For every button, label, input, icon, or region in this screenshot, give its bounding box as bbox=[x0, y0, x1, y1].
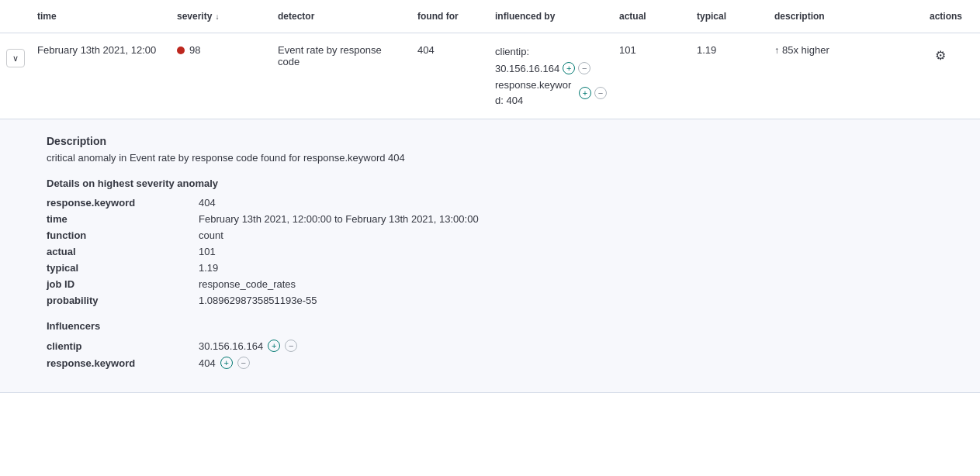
clientip-minus-button[interactable]: − bbox=[578, 62, 590, 74]
detail-field-label: typical bbox=[47, 262, 186, 274]
header-time[interactable]: time bbox=[31, 6, 171, 26]
typical-cell: 1.19 bbox=[691, 40, 768, 60]
minus-icon2: − bbox=[598, 88, 603, 98]
influencer-row: response.keyword404+− bbox=[47, 357, 933, 369]
plus-icon2: + bbox=[583, 88, 587, 98]
header-description[interactable]: description bbox=[768, 6, 923, 26]
severity-sort-icon: ↓ bbox=[215, 12, 219, 21]
influenced-by-cell: clientip: 30.156.16.164 + − response.key… bbox=[489, 40, 613, 112]
detail-field-value: 101 bbox=[199, 246, 933, 257]
detail-field-label: time bbox=[47, 213, 186, 225]
detail-field-value: 1.19 bbox=[199, 262, 933, 274]
row-actual: 101 bbox=[619, 44, 636, 56]
expand-button[interactable]: ∨ bbox=[6, 49, 25, 67]
expand-cell: ∨ bbox=[0, 40, 31, 75]
detail-field-label: actual bbox=[47, 246, 186, 257]
severity-score: 98 bbox=[189, 44, 200, 56]
plus-icon: + bbox=[566, 64, 571, 73]
detail-section: Description critical anomaly in Event ra… bbox=[0, 119, 980, 393]
row-typical: 1.19 bbox=[697, 44, 716, 56]
influencer-value-text: 404 bbox=[199, 357, 216, 369]
detail-field-label: function bbox=[47, 229, 186, 241]
row-found-for: 404 bbox=[417, 44, 435, 56]
gear-icon: ⚙ bbox=[935, 48, 946, 63]
arrow-up-icon: ↑ bbox=[774, 45, 779, 56]
detail-field-value: count bbox=[199, 229, 933, 241]
header-found-for[interactable]: found for bbox=[411, 6, 489, 26]
header-actual-label: actual bbox=[619, 11, 646, 22]
detail-title: Description bbox=[47, 135, 933, 147]
header-typical[interactable]: typical bbox=[691, 6, 768, 26]
clientip-value: 30.156.16.164 bbox=[495, 61, 559, 77]
influencers-title: Influencers bbox=[47, 320, 933, 332]
detail-field-label: job ID bbox=[47, 278, 186, 290]
table-row: ∨ February 13th 2021, 12:00 98 Event rat… bbox=[0, 33, 980, 119]
header-detector[interactable]: detector bbox=[272, 6, 411, 26]
detail-field-label: probability bbox=[47, 295, 186, 306]
detail-field-label: response.keyword bbox=[47, 197, 186, 209]
severity-dot bbox=[177, 47, 185, 54]
detail-subtitle: Details on highest severity anomaly bbox=[47, 178, 933, 189]
header-detector-label: detector bbox=[278, 11, 314, 22]
clientip-row: clientip: bbox=[495, 44, 607, 60]
header-time-label: time bbox=[37, 11, 57, 22]
detector-cell: Event rate by response code bbox=[272, 40, 411, 72]
influencer-plus-button[interactable]: + bbox=[220, 357, 233, 369]
clientip-label: clientip: bbox=[495, 44, 529, 60]
clientip-value-row: 30.156.16.164 + − bbox=[495, 61, 607, 77]
expand-icon: ∨ bbox=[12, 53, 19, 64]
influencer-row: clientip30.156.16.164+− bbox=[47, 340, 933, 352]
actions-cell: ⚙ bbox=[923, 40, 980, 71]
detail-field-value: response_code_rates bbox=[199, 278, 933, 290]
keyword-plus-button[interactable]: + bbox=[579, 87, 591, 99]
influencer-value-cell: 404+− bbox=[199, 357, 933, 369]
header-severity-label: severity bbox=[177, 11, 212, 22]
influencer-label: clientip bbox=[47, 340, 186, 352]
row-description: 85x higher bbox=[782, 44, 829, 56]
severity-cell: 98 bbox=[171, 40, 272, 60]
header-description-label: description bbox=[774, 11, 825, 22]
clientip-plus-button[interactable]: + bbox=[563, 62, 575, 74]
header-severity[interactable]: severity ↓ bbox=[171, 6, 272, 26]
keyword-row: response.keywor d: 404 + − bbox=[495, 78, 607, 108]
header-actual[interactable]: actual bbox=[613, 6, 691, 26]
detail-field-value: February 13th 2021, 12:00:00 to February… bbox=[199, 213, 933, 225]
header-influenced-by-label: influenced by bbox=[495, 11, 555, 22]
influencer-plus-button[interactable]: + bbox=[268, 340, 280, 352]
description-cell: ↑ 85x higher bbox=[768, 40, 923, 60]
header-typical-label: typical bbox=[697, 11, 726, 22]
time-cell: February 13th 2021, 12:00 bbox=[31, 40, 171, 60]
table-header: time severity ↓ detector found for influ… bbox=[0, 0, 980, 33]
detail-field-value: 1.0896298735851193e-55 bbox=[199, 295, 933, 306]
header-influenced-by[interactable]: influenced by bbox=[489, 6, 613, 26]
detail-fields-grid: response.keyword404timeFebruary 13th 202… bbox=[47, 197, 933, 306]
influencer-value-text: 30.156.16.164 bbox=[199, 340, 263, 352]
row-detector: Event rate by response code bbox=[278, 44, 382, 67]
anomaly-table: time severity ↓ detector found for influ… bbox=[0, 0, 980, 476]
found-for-cell: 404 bbox=[411, 40, 489, 60]
keyword-label: response.keywor d: 404 bbox=[495, 78, 576, 108]
detail-desc: critical anomaly in Event rate by respon… bbox=[47, 152, 933, 164]
detail-field-value: 404 bbox=[199, 197, 933, 209]
keyword-minus-button[interactable]: − bbox=[594, 87, 607, 99]
influencer-minus-button[interactable]: − bbox=[285, 340, 297, 352]
header-actions-label: actions bbox=[930, 11, 962, 22]
influencer-label: response.keyword bbox=[47, 357, 186, 369]
header-actions[interactable]: actions bbox=[923, 6, 980, 26]
header-expand bbox=[0, 12, 31, 21]
minus-icon: − bbox=[582, 64, 587, 73]
actual-cell: 101 bbox=[613, 40, 691, 60]
row-time: February 13th 2021, 12:00 bbox=[37, 44, 156, 56]
influencer-minus-button[interactable]: − bbox=[237, 357, 250, 369]
influencers-grid: clientip30.156.16.164+−response.keyword4… bbox=[47, 340, 933, 369]
header-found-for-label: found for bbox=[417, 11, 459, 22]
gear-button[interactable]: ⚙ bbox=[930, 44, 951, 66]
influencer-value-cell: 30.156.16.164+− bbox=[199, 340, 933, 352]
